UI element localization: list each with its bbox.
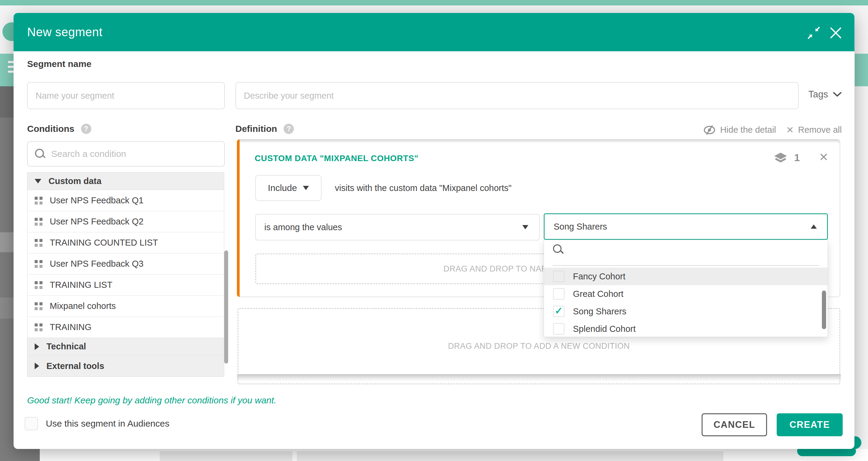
conditions-scrollbar[interactable] [224, 251, 228, 364]
cancel-button[interactable]: CANCEL [702, 413, 767, 436]
operator-dropdown[interactable]: is among the values [255, 214, 540, 240]
condition-item[interactable]: TRAINING COUNTED LIST [27, 232, 224, 253]
create-button[interactable]: CREATE [777, 413, 843, 436]
layers-icon [774, 152, 787, 164]
condition-card-title: CUSTOM DATA "MIXPANEL COHORTS" [255, 153, 418, 163]
drag-handle-icon [35, 218, 42, 226]
segment-name-input[interactable] [27, 82, 225, 109]
background-content [40, 449, 868, 461]
tags-dropdown[interactable]: Tags [808, 89, 842, 100]
condition-item-label: Mixpanel cohorts [50, 301, 116, 311]
caret-down-icon [522, 225, 528, 229]
condition-item[interactable]: TRAINING LIST [27, 275, 224, 296]
drag-handle-icon [35, 239, 42, 247]
drag-handle-icon [35, 197, 42, 205]
condition-search[interactable]: Search a condition [27, 141, 225, 167]
caret-up-icon [811, 225, 817, 229]
x-icon: ✕ [786, 124, 794, 135]
remove-condition-icon[interactable]: ✕ [819, 150, 829, 164]
condition-group-external-tools[interactable]: External tools [27, 355, 224, 377]
dropdown-scrollbar[interactable] [822, 291, 826, 329]
caret-right-icon [35, 343, 39, 350]
option-fancy-cohort[interactable]: Fancy Cohort [544, 268, 828, 285]
condition-item[interactable]: TRAINING [27, 317, 224, 338]
search-icon [553, 244, 563, 255]
value-search[interactable] [544, 240, 828, 259]
eye-slash-icon [703, 125, 716, 135]
conditions-label: Conditions [27, 124, 74, 134]
conditions-header: Conditions ? [27, 124, 91, 134]
caret-down-icon [35, 179, 41, 183]
add-condition-hint: DRAG AND DROP TO ADD A NEW CONDITION [448, 342, 629, 351]
group-label: External tools [46, 361, 104, 371]
value-dropdown-panel: Fancy Cohort Great Cohort ✓ Song Sharers… [544, 240, 828, 337]
condition-item-label: User NPS Feedback Q1 [50, 196, 144, 205]
encouragement-message: Good start! Keep going by adding other c… [27, 395, 276, 405]
background-panel [297, 451, 723, 461]
checkbox-unchecked[interactable] [553, 288, 564, 299]
hide-detail-button[interactable]: Hide the detail [703, 125, 776, 135]
checkbox-unchecked[interactable] [553, 270, 564, 282]
definition-label: Definition [236, 124, 277, 134]
option-label: Song Sharers [573, 307, 626, 316]
stack-count: 1 [794, 152, 800, 164]
remove-all-button[interactable]: ✕ Remove all [786, 124, 842, 135]
operator-value: is among the values [264, 222, 342, 232]
conditions-list: Custom data User NPS Feedback Q1 User NP… [27, 172, 224, 377]
include-dropdown[interactable]: Include [255, 175, 321, 201]
option-splendid-cohort[interactable]: Splendid Cohort [544, 320, 828, 337]
audiences-label: Use this segment in Audiences [46, 419, 169, 429]
condition-group-custom-data[interactable]: Custom data [27, 173, 224, 190]
top-app-strip [0, 0, 868, 5]
condition-item-label: TRAINING [50, 322, 92, 332]
drag-handle-icon [35, 302, 42, 310]
remove-all-label: Remove all [798, 125, 842, 135]
checkbox-checked[interactable]: ✓ [553, 306, 564, 317]
condition-item[interactable]: User NPS Feedback Q2 [27, 211, 224, 232]
condition-search-placeholder: Search a condition [51, 149, 126, 159]
condition-sentence: visits with the custom data "Mixpanel co… [335, 175, 512, 201]
segment-description-input[interactable] [236, 82, 799, 109]
condition-item-label: TRAINING LIST [50, 280, 113, 290]
drag-handle-icon [35, 323, 42, 331]
definition-header: Definition ? [236, 124, 294, 134]
modal-title: New segment [27, 13, 102, 51]
selected-value: Song Sharers [554, 222, 607, 232]
condition-item-label: TRAINING COUNTED LIST [50, 238, 158, 248]
divider [553, 265, 819, 266]
option-song-sharers[interactable]: ✓ Song Sharers [544, 302, 828, 320]
definition-toolbar: Hide the detail ✕ Remove all [703, 124, 842, 135]
include-label: Include [268, 183, 297, 193]
caret-down-icon [303, 186, 309, 190]
option-great-cohort[interactable]: Great Cohort [544, 285, 828, 302]
option-label: Fancy Cohort [573, 271, 625, 282]
hide-detail-label: Hide the detail [720, 125, 776, 135]
collapse-icon[interactable] [807, 26, 820, 39]
help-icon[interactable]: ? [284, 124, 294, 134]
right-teal-band [855, 54, 868, 86]
narrow-drop-hint: DRAG AND DROP TO NAR [256, 254, 547, 283]
tags-label: Tags [808, 89, 828, 100]
condition-item-label: User NPS Feedback Q3 [50, 259, 144, 269]
audiences-checkbox[interactable] [25, 417, 38, 430]
drag-handle-icon [35, 281, 42, 289]
close-icon[interactable] [829, 26, 842, 39]
condition-item[interactable]: User NPS Feedback Q1 [27, 190, 224, 211]
search-icon [35, 149, 45, 159]
drag-handle-icon [35, 260, 42, 268]
condition-stack-indicator[interactable]: 1 [774, 152, 800, 164]
condition-item[interactable]: User NPS Feedback Q3 [27, 253, 224, 275]
help-icon[interactable]: ? [81, 124, 91, 134]
modal-header: New segment [13, 13, 855, 51]
background-panel [160, 451, 292, 461]
condition-group-technical[interactable]: Technical [27, 338, 224, 355]
new-segment-modal: New segment Segment name Tags Conditions… [13, 13, 855, 449]
option-label: Splendid Cohort [573, 324, 636, 334]
condition-item[interactable]: Mixpanel cohorts [27, 296, 224, 317]
value-dropdown-trigger[interactable]: Song Sharers [544, 213, 828, 240]
option-label: Great Cohort [573, 289, 624, 299]
condition-item-label: User NPS Feedback Q2 [50, 217, 144, 227]
checkbox-unchecked[interactable] [553, 323, 564, 335]
group-label: Custom data [49, 176, 101, 186]
chevron-down-icon [833, 92, 842, 97]
